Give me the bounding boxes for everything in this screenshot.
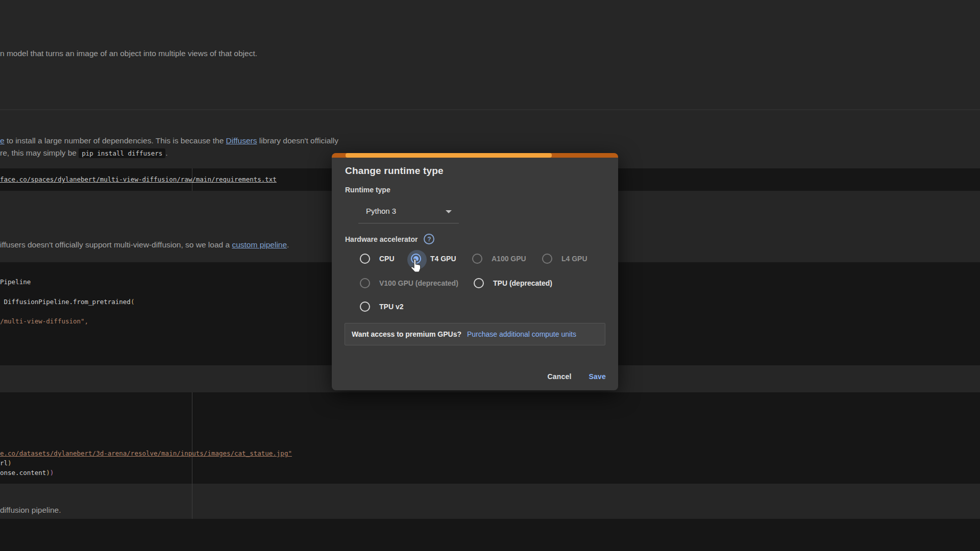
cancel-button[interactable]: Cancel [547, 372, 571, 381]
radio-button-icon [474, 278, 484, 288]
hand-cursor-icon [409, 258, 424, 273]
radio-a100-gpu[interactable]: A100 GPU [472, 253, 526, 265]
radio-button-icon [542, 254, 552, 264]
dialog-title: Change runtime type [345, 165, 444, 177]
purchase-compute-units-link[interactable]: Purchase additional compute units [467, 330, 576, 338]
runtime-type-label: Runtime type [345, 186, 390, 194]
radio-label: L4 GPU [561, 255, 587, 263]
radio-label: V100 GPU (deprecated) [379, 279, 458, 287]
runtime-type-value: Python 3 [366, 199, 396, 223]
radio-tpu-deprecated[interactable]: TPU (deprecated) [474, 277, 552, 289]
premium-gpu-banner: Want access to premium GPUs? Purchase ad… [345, 323, 605, 345]
radio-button-icon [360, 254, 370, 264]
radio-tpu-v2[interactable]: TPU v2 [360, 300, 403, 313]
radio-label: CPU [379, 255, 395, 263]
radio-v100-gpu[interactable]: V100 GPU (deprecated) [360, 277, 458, 289]
radio-label: TPU v2 [379, 303, 403, 311]
radio-cpu[interactable]: CPU [360, 253, 395, 265]
radio-label: T4 GPU [430, 255, 456, 263]
dialog-progress-bar [346, 153, 552, 158]
dialog-actions: Cancel Save [547, 369, 606, 384]
help-icon[interactable]: ? [424, 234, 434, 244]
radio-button-icon [360, 278, 370, 288]
hardware-accelerator-label: Hardware accelerator [345, 235, 418, 243]
colab-page: n model that turns an image of an object… [0, 0, 980, 551]
chevron-down-icon [446, 210, 452, 213]
dialog-progress-bar-track [332, 153, 618, 158]
radio-button-icon [360, 302, 370, 312]
change-runtime-type-dialog: Change runtime type Runtime type Python … [332, 153, 618, 390]
radio-button-icon [472, 254, 482, 264]
save-button[interactable]: Save [589, 372, 606, 381]
runtime-type-dropdown[interactable]: Python 3 [358, 199, 459, 223]
radio-l4-gpu[interactable]: L4 GPU [542, 253, 587, 265]
hardware-accelerator-row: Hardware accelerator ? [345, 234, 434, 244]
radio-label: TPU (deprecated) [493, 279, 552, 287]
radio-label: A100 GPU [492, 255, 526, 263]
banner-text: Want access to premium GPUs? [352, 330, 461, 338]
